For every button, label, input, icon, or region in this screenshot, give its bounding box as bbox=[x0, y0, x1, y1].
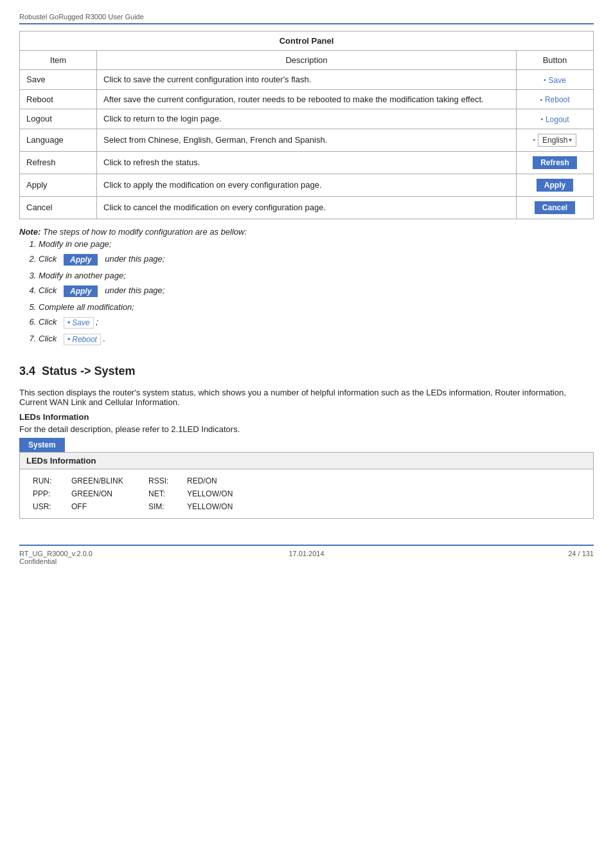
list-item: Click Apply under this page; bbox=[39, 254, 594, 266]
list-item: Modify in one page; bbox=[39, 239, 594, 249]
step3-text: Modify in another page; bbox=[39, 271, 126, 280]
step7-reboot-label: Reboot bbox=[72, 335, 97, 344]
footer-confidential: Confidential bbox=[19, 557, 211, 565]
step4-text: Click bbox=[39, 285, 57, 295]
note-section: Note: The steps of how to modify configu… bbox=[19, 227, 594, 345]
table-row: Logout Click to return to the login page… bbox=[20, 109, 594, 129]
row-btn-refresh: Refresh bbox=[517, 151, 594, 174]
step7-after: . bbox=[103, 334, 106, 343]
logout-bullet: • bbox=[540, 116, 543, 123]
row-item-apply: Apply bbox=[20, 174, 97, 196]
list-item: Click Apply under this page; bbox=[39, 285, 594, 297]
note-label: Note: bbox=[19, 227, 40, 237]
leds-value-usr: OFF bbox=[69, 500, 146, 513]
logout-button-display[interactable]: • Logout bbox=[540, 115, 569, 124]
table-row: Language Select from Chinese, English, G… bbox=[20, 129, 594, 151]
leds-label-usr: USR: bbox=[30, 500, 69, 513]
section-number: 3.4 bbox=[19, 365, 35, 377]
row-desc-apply: Click to apply the modification on every… bbox=[97, 174, 517, 196]
row-btn-language: • English ▾ bbox=[517, 129, 594, 151]
col-header-item: Item bbox=[20, 51, 97, 70]
footer-page: 24 / 131 bbox=[402, 550, 594, 565]
section-description: This section displays the router's syste… bbox=[19, 388, 594, 407]
doc-footer: RT_UG_R3000_v.2.0.0 Confidential 17.01.2… bbox=[19, 545, 594, 565]
logout-label: Logout bbox=[546, 115, 569, 124]
step6-save-label: Save bbox=[72, 318, 89, 327]
leds-label-rssi: RSSI: bbox=[146, 475, 184, 487]
step2-apply-button[interactable]: Apply bbox=[64, 254, 98, 266]
leds-grid: RUN: GREEN/BLINK RSSI: RED/ON PPP: GREEN… bbox=[20, 469, 593, 518]
save-bullet: • bbox=[544, 77, 546, 84]
language-select[interactable]: English ▾ bbox=[538, 134, 576, 147]
step5-text: Complete all modification; bbox=[39, 302, 134, 312]
leds-label-net: NET: bbox=[146, 487, 184, 500]
table-row: Save Click to save the current configura… bbox=[20, 70, 594, 90]
step6-save-button[interactable]: • Save bbox=[64, 317, 94, 329]
step1-text: Modify in one page; bbox=[39, 239, 111, 249]
cancel-button[interactable]: Cancel bbox=[535, 201, 575, 214]
note-intro-text: The steps of how to modify configuration… bbox=[43, 227, 247, 237]
apply-button[interactable]: Apply bbox=[537, 179, 573, 192]
row-btn-cancel: Cancel bbox=[517, 196, 594, 219]
table-row: Apply Click to apply the modification on… bbox=[20, 174, 594, 196]
save-dot-icon: • bbox=[67, 318, 70, 327]
leds-label-run: RUN: bbox=[30, 475, 69, 487]
footer-left: RT_UG_R3000_v.2.0.0 Confidential bbox=[19, 550, 211, 565]
leds-value-net: YELLOW/ON bbox=[184, 487, 249, 500]
reboot-bullet: • bbox=[540, 96, 542, 104]
list-item: Complete all modification; bbox=[39, 302, 594, 312]
row-btn-apply: Apply bbox=[517, 174, 594, 196]
row-btn-reboot: • Reboot bbox=[517, 89, 594, 109]
reboot-button-display[interactable]: • Reboot bbox=[540, 95, 569, 104]
leds-label-ppp: PPP: bbox=[30, 487, 69, 500]
row-item-refresh: Refresh bbox=[20, 151, 97, 174]
leds-value-rssi: RED/ON bbox=[184, 475, 249, 487]
step6-text: Click bbox=[39, 317, 57, 327]
row-btn-save: • Save bbox=[517, 70, 594, 90]
refresh-button[interactable]: Refresh bbox=[533, 156, 577, 169]
leds-section-title: LEDs Information bbox=[20, 453, 593, 469]
step6-after: ; bbox=[96, 317, 98, 327]
col-header-button: Button bbox=[517, 51, 594, 70]
row-desc-language: Select from Chinese, English, German, Fr… bbox=[97, 129, 517, 151]
table-row: Refresh Click to refresh the status. Ref… bbox=[20, 151, 594, 174]
row-item-logout: Logout bbox=[20, 109, 97, 129]
leds-value-run: GREEN/BLINK bbox=[69, 475, 146, 487]
row-btn-logout: • Logout bbox=[517, 109, 594, 129]
control-panel-table: Control Panel Item Description Button Sa… bbox=[19, 31, 594, 219]
row-item-save: Save bbox=[20, 70, 97, 90]
row-desc-logout: Click to return to the login page. bbox=[97, 109, 517, 129]
step4-apply-button[interactable]: Apply bbox=[64, 285, 98, 297]
leds-label-sim: SIM: bbox=[146, 500, 184, 513]
section-3-4-heading: 3.4 Status -> System bbox=[19, 365, 594, 378]
section-title: Status -> System bbox=[42, 365, 136, 377]
step7-reboot-button[interactable]: • Reboot bbox=[64, 334, 101, 345]
row-desc-refresh: Click to refresh the status. bbox=[97, 151, 517, 174]
step2-after: under this page; bbox=[105, 254, 164, 264]
row-desc-cancel: Click to cancel the modification on ever… bbox=[97, 196, 517, 219]
list-item: Click • Save ; bbox=[39, 317, 594, 329]
reboot-dot-icon: • bbox=[67, 335, 70, 344]
list-item: Modify in another page; bbox=[39, 271, 594, 280]
system-tab[interactable]: System bbox=[19, 438, 65, 452]
row-item-language: Language bbox=[20, 129, 97, 151]
chevron-down-icon: ▾ bbox=[569, 136, 572, 143]
row-desc-reboot: After save the current configuration, ro… bbox=[97, 89, 517, 109]
leds-value-ppp: GREEN/ON bbox=[69, 487, 146, 500]
doc-title: Robustel GoRugged R3000 User Guide bbox=[19, 13, 144, 21]
step7-text: Click bbox=[39, 334, 57, 343]
row-item-reboot: Reboot bbox=[20, 89, 97, 109]
step4-after: under this page; bbox=[105, 285, 164, 295]
language-label: English bbox=[542, 136, 567, 145]
table-title: Control Panel bbox=[20, 32, 594, 51]
list-item: Click • Reboot . bbox=[39, 334, 594, 345]
footer-date: 17.01.2014 bbox=[211, 550, 402, 565]
step2-text: Click bbox=[39, 254, 57, 264]
leds-heading: LEDs Information bbox=[19, 412, 594, 422]
leds-description: For the detail description, please refer… bbox=[19, 424, 594, 434]
language-bullet: • bbox=[533, 136, 536, 143]
table-row: Cancel Click to cancel the modification … bbox=[20, 196, 594, 219]
save-button-display[interactable]: • Save bbox=[544, 76, 566, 85]
row-desc-save: Click to save the current configuration … bbox=[97, 70, 517, 90]
note-steps-list: Modify in one page; Click Apply under th… bbox=[39, 239, 594, 345]
